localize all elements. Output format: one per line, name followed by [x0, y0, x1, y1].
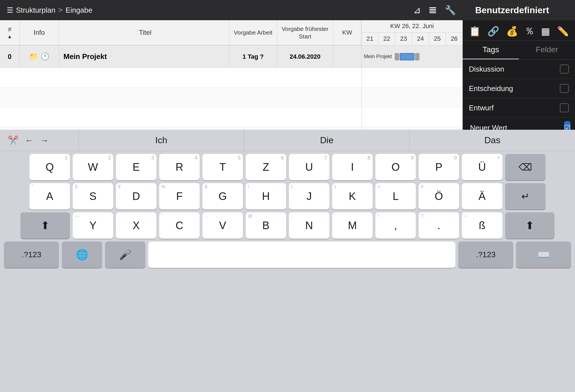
undo-icon[interactable]: ← [25, 136, 33, 145]
checkbox-diskussion[interactable] [560, 65, 569, 74]
table-header: # ▲ Info Titel Vorgabe Arbeit Vorgabe fr… [0, 20, 361, 45]
key-period[interactable]: ? . [419, 212, 459, 239]
key-b[interactable]: @ B [246, 212, 286, 239]
keyboard-toolbar: ✂️ ← → [0, 130, 79, 151]
link-icon[interactable]: 🔗 [487, 26, 499, 37]
percent-icon[interactable]: ％ [525, 25, 534, 38]
checkbox-entscheidung[interactable] [560, 84, 569, 93]
empty-row-4 [0, 127, 361, 130]
wrench-icon[interactable]: 🔧 [445, 5, 456, 15]
key-ss[interactable]: – ß [462, 212, 502, 239]
col-title: Titel [59, 20, 229, 45]
columns-icon[interactable]: ▦ [541, 26, 550, 37]
filter-icon[interactable]: ⊿ [413, 5, 421, 15]
gantt-bar-main [400, 53, 414, 60]
key-d[interactable]: € D [116, 183, 156, 209]
row0-info: 📁 🕐 [20, 45, 59, 68]
key-h[interactable]: / H [246, 183, 286, 209]
clock-icon: 🕐 [40, 52, 49, 61]
key-ae[interactable]: Ä [462, 183, 502, 209]
key-x[interactable]: · X [116, 212, 156, 239]
tab-felder[interactable]: Felder [519, 41, 575, 59]
predictive-bar: ✂️ ← → Ich Die Das [0, 130, 575, 151]
gantt-empty-4 [362, 127, 462, 130]
key-j[interactable]: ( J [289, 183, 329, 209]
key-c[interactable]: ' C [159, 212, 200, 239]
empty-row-2 [0, 88, 361, 107]
key-mic[interactable]: 🎤 [105, 241, 145, 268]
predictive-word-3[interactable]: Das [410, 130, 575, 151]
gantt-week-25: 25 [429, 33, 446, 45]
key-e[interactable]: 3 E [116, 154, 156, 180]
key-space[interactable] [148, 241, 455, 268]
row0-hash: 0 [0, 45, 20, 68]
key-num-1[interactable]: .?123 [4, 241, 59, 268]
breadcrumb-part1: Strukturplan [16, 6, 55, 15]
currency-icon[interactable]: 💰 [506, 26, 518, 37]
panel-tabs: Tags Felder [463, 41, 575, 60]
col-kw: KW [333, 20, 361, 45]
key-o[interactable]: 9 O [375, 154, 416, 180]
breadcrumb-icon: ☰ [7, 6, 13, 15]
gantt-row-0: Mein Projekt [362, 45, 462, 68]
gantt-bar-group [395, 53, 419, 60]
key-i[interactable]: 8 I [332, 154, 373, 180]
gantt-label: Mein Projekt [364, 54, 392, 60]
checkbox-entwurf[interactable] [560, 103, 569, 112]
gantt-bar-left [395, 53, 399, 60]
gantt-empty-1 [362, 68, 462, 88]
gantt-weeks-row: 21 22 23 24 25 26 [362, 33, 462, 45]
gantt-week-26: 26 [446, 33, 462, 45]
key-globe[interactable]: 🌐 [62, 241, 102, 268]
predictive-word-1[interactable]: Ich [79, 130, 244, 151]
empty-row-3 [0, 107, 361, 127]
key-n[interactable]: ; N [289, 212, 329, 239]
key-p[interactable]: 0 P [419, 154, 459, 180]
key-backspace[interactable]: ⌫ [505, 154, 546, 180]
key-comma[interactable]: ! , [375, 212, 416, 239]
clipboard-icon[interactable]: 📋 [469, 26, 481, 37]
scissors-icon[interactable]: ✂️ [8, 135, 18, 145]
key-hide-keyboard[interactable]: ⌨️ [516, 241, 571, 268]
new-value-input[interactable] [470, 124, 561, 130]
col-vorgabe-arbeit: Vorgabe Arbeit [229, 20, 277, 45]
panel-item-diskussion[interactable]: Diskussion [463, 60, 575, 79]
key-m[interactable]: : M [332, 212, 373, 239]
panel-input-row: ☑ [463, 118, 575, 130]
key-q[interactable]: 1 Q [29, 154, 70, 180]
key-shift-left[interactable]: ⬆ [20, 212, 70, 239]
table-row-0[interactable]: 0 📁 🕐 Mein Projekt 1 Tag ? 24.06.2020 [0, 45, 361, 68]
key-v[interactable]: ... V [202, 212, 243, 239]
gantt-empty-3 [362, 107, 462, 127]
key-u[interactable]: 7 U [289, 154, 329, 180]
key-y[interactable]: — Y [73, 212, 113, 239]
key-w[interactable]: 2 W [73, 154, 113, 180]
key-s[interactable]: § S [73, 183, 113, 209]
key-a[interactable]: " A [29, 183, 70, 209]
key-l[interactable]: = L [375, 183, 416, 209]
key-r[interactable]: 4 R [159, 154, 200, 180]
key-g[interactable]: & G [202, 183, 243, 209]
key-num-2[interactable]: .?123 [458, 241, 513, 268]
panel-item-entwurf[interactable]: Entwurf [463, 98, 575, 118]
tab-tags[interactable]: Tags [463, 41, 519, 59]
key-shift-right[interactable]: ⬆ [505, 212, 555, 239]
key-k[interactable]: ) K [332, 183, 373, 209]
list-icon[interactable]: 𝌆 [429, 5, 437, 15]
key-oe[interactable]: # Ö [419, 183, 459, 209]
key-ue[interactable]: + Ü [462, 154, 502, 180]
row0-kw [333, 45, 361, 68]
gantt-week-21: 21 [362, 33, 378, 45]
edit-icon[interactable]: ✏️ [557, 26, 569, 37]
add-value-button[interactable]: ☑ [564, 121, 571, 130]
empty-row-1 [0, 68, 361, 88]
key-t[interactable]: 5 T [202, 154, 243, 180]
key-z[interactable]: 6 Z [246, 154, 286, 180]
predictive-word-2[interactable]: Die [244, 130, 410, 151]
key-f[interactable]: % F [159, 183, 200, 209]
redo-icon[interactable]: → [40, 136, 49, 145]
panel-content: Diskussion Entscheidung Entwurf ☑ Vorsch… [463, 60, 575, 130]
key-return[interactable]: ↵ [505, 183, 546, 209]
panel-item-entscheidung[interactable]: Entscheidung [463, 79, 575, 98]
gantt-area: KW 26, 22. Juni 21 22 23 24 25 26 Mein P… [362, 20, 463, 130]
